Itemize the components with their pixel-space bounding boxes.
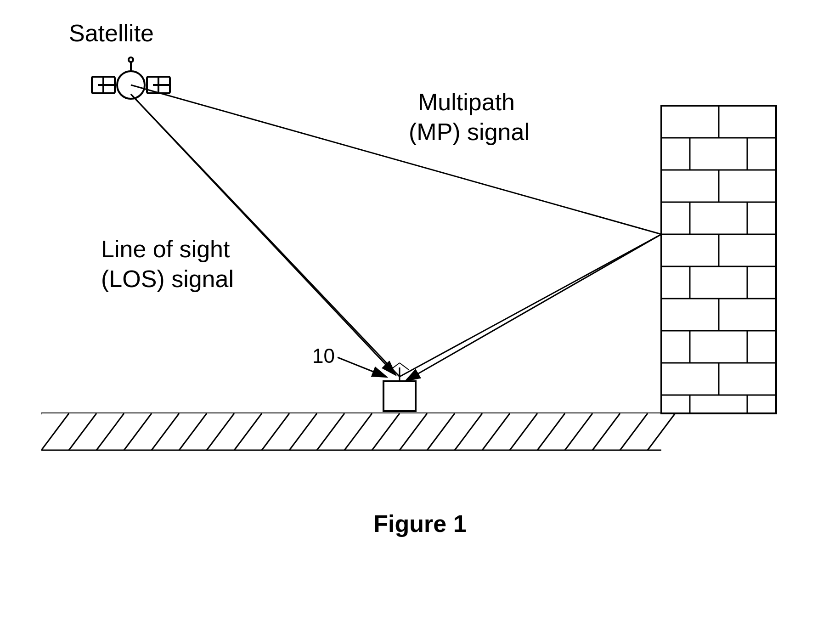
los-label-line1: Line of sight <box>101 236 230 262</box>
svg-line-62 <box>131 85 661 234</box>
multipath-label-line1: Multipath <box>418 89 515 115</box>
page: Satellite Multipath (MP) signal Line of … <box>0 0 840 644</box>
svg-line-66 <box>406 234 661 380</box>
svg-line-65 <box>131 94 395 374</box>
figure-caption: Figure 1 <box>373 510 466 537</box>
satellite-label: Satellite <box>69 20 154 46</box>
figure-caption-text: Figure 1 <box>373 510 466 537</box>
svg-line-69 <box>400 363 409 370</box>
diagram-container: Satellite Multipath (MP) signal Line of … <box>41 14 799 496</box>
svg-point-60 <box>129 57 133 62</box>
svg-rect-70 <box>383 381 416 411</box>
svg-line-68 <box>390 363 400 370</box>
svg-line-63 <box>400 234 661 377</box>
los-label-line2: (LOS) signal <box>101 266 234 292</box>
diagram-svg: Satellite Multipath (MP) signal Line of … <box>41 14 799 496</box>
svg-line-71 <box>338 357 386 377</box>
receiver-number-label: 10 <box>312 345 335 367</box>
multipath-label-line2: (MP) signal <box>409 119 530 145</box>
